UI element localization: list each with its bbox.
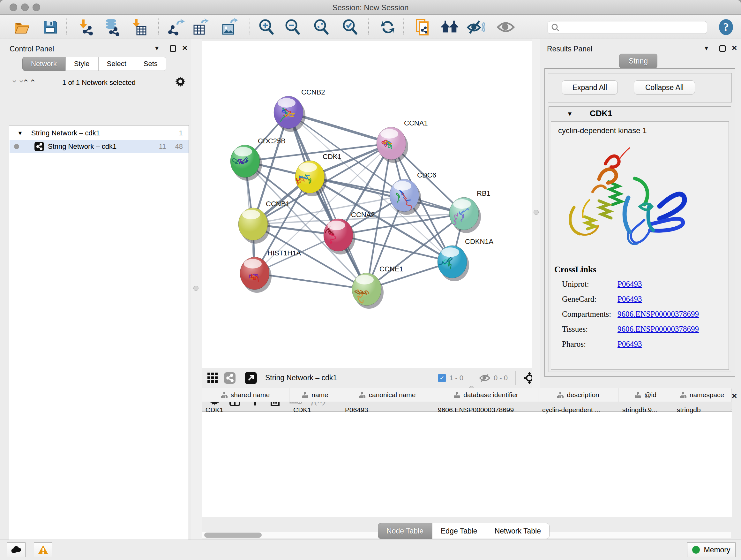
network-canvas[interactable]: CCNB2CCNA1CDC25BCDK1CDC6RB1CCNB1CCNA2CDK… bbox=[202, 41, 532, 368]
control-panel-float-icon[interactable] bbox=[170, 45, 176, 52]
results-panel-float-icon[interactable] bbox=[719, 45, 726, 52]
network-node-hist1h1a[interactable]: HIST1H1A bbox=[240, 249, 301, 293]
network-node-ccnb1[interactable]: CCNB1 bbox=[239, 200, 290, 244]
tab-network-table[interactable]: Network Table bbox=[486, 523, 549, 539]
table-cell[interactable]: stringdb bbox=[673, 403, 731, 417]
network-node-cdkn1a[interactable]: CDKN1A bbox=[437, 238, 494, 281]
search-box[interactable] bbox=[548, 21, 707, 34]
table-cell[interactable]: 9606.ENSP00000378699 bbox=[434, 403, 538, 417]
collapse-all-button[interactable]: Collapse All bbox=[634, 80, 695, 95]
tab-string[interactable]: String bbox=[619, 54, 657, 68]
results-panel-close-icon[interactable]: ✕ bbox=[731, 44, 737, 52]
tab-style[interactable]: Style bbox=[65, 57, 98, 71]
zoom-fit-icon[interactable] bbox=[312, 18, 331, 37]
node-label: CCNA2 bbox=[351, 211, 375, 219]
network-edge[interactable] bbox=[288, 112, 367, 289]
right-splitter[interactable] bbox=[532, 39, 540, 388]
network-view-toolbar: String Network – cdk1 ✓ 1 - 0 0 - 0 bbox=[202, 368, 540, 388]
crosslink-link[interactable]: 9606.ENSP00000378699 bbox=[617, 310, 699, 319]
tab-node-table[interactable]: Node Table bbox=[378, 523, 432, 539]
network-node-cdc25b[interactable]: CDC25B bbox=[230, 137, 286, 181]
results-panel-menu-icon[interactable]: ▾ bbox=[704, 44, 708, 52]
node-label: CDC6 bbox=[417, 171, 436, 179]
search-input[interactable] bbox=[559, 23, 700, 32]
network-view-type-icon[interactable] bbox=[224, 372, 235, 384]
expand-all-icon[interactable]: ⌄⌄ bbox=[22, 77, 37, 87]
clone-network-icon[interactable] bbox=[414, 18, 432, 37]
help-icon[interactable]: ? bbox=[717, 18, 735, 37]
grid-view-icon[interactable] bbox=[207, 373, 218, 383]
network-graph[interactable]: CCNB2CCNA1CDC25BCDK1CDC6RB1CCNB1CCNA2CDK… bbox=[202, 41, 533, 368]
table-cell[interactable]: CDK1 bbox=[289, 403, 341, 417]
import-network-database-icon[interactable] bbox=[103, 18, 121, 37]
import-table-file-icon[interactable] bbox=[130, 18, 148, 37]
selected-checkbox-icon[interactable]: ✓ bbox=[438, 374, 446, 382]
network-selected-status: 1 of 1 Network selected bbox=[42, 78, 156, 87]
hidden-eye-icon[interactable] bbox=[479, 374, 490, 382]
selection-counts-group: ✓ 1 - 0 0 - 0 bbox=[438, 371, 540, 385]
table-cell[interactable]: cyclin-dependent ... bbox=[538, 403, 618, 417]
network-options-gear-icon[interactable] bbox=[175, 76, 186, 87]
crosslink-link[interactable]: P06493 bbox=[617, 280, 642, 289]
node-label: HIST1H1A bbox=[267, 249, 301, 257]
table-hscrollbar-thumb[interactable] bbox=[204, 533, 262, 538]
left-splitter[interactable] bbox=[191, 39, 202, 540]
table-panel-close-icon[interactable]: ✕ bbox=[731, 392, 737, 400]
control-panel-close-icon[interactable]: ✕ bbox=[182, 44, 188, 52]
collection-expand-triangle-icon[interactable]: ▼ bbox=[17, 130, 23, 137]
column-header-database-identifier[interactable]: database identifier bbox=[434, 388, 538, 401]
memory-button[interactable]: Memory bbox=[687, 543, 736, 557]
column-header-canonical-name[interactable]: canonical name bbox=[341, 388, 434, 401]
table-cell[interactable]: P06493 bbox=[341, 403, 434, 417]
home-icon[interactable] bbox=[441, 18, 459, 37]
crosslink-label: Pharos: bbox=[562, 340, 586, 349]
network-node-ccna1[interactable]: CCNA1 bbox=[377, 119, 428, 163]
view-toolbar-separator bbox=[515, 371, 516, 385]
network-node-ccne1[interactable]: CCNE1 bbox=[352, 265, 403, 309]
import-network-file-icon[interactable] bbox=[77, 18, 95, 37]
column-header-description[interactable]: description bbox=[538, 388, 618, 401]
tab-network[interactable]: Network bbox=[22, 57, 65, 71]
network-node-cdc6[interactable]: CDC6 bbox=[390, 171, 436, 215]
export-table-icon[interactable] bbox=[192, 18, 210, 37]
toolbar-separator bbox=[250, 18, 250, 35]
network-collection-row[interactable]: ▼ String Network – cdk1 1 bbox=[10, 127, 189, 139]
crosslink-link[interactable]: 9606.ENSP00000378699 bbox=[617, 325, 699, 334]
zoom-in-icon[interactable] bbox=[257, 18, 276, 37]
toolbar-separator bbox=[158, 18, 159, 35]
column-header-namespace[interactable]: namespace bbox=[673, 388, 731, 401]
crosslink-link[interactable]: P06493 bbox=[617, 295, 642, 304]
column-header--id[interactable]: @id bbox=[618, 388, 673, 401]
cloud-button[interactable] bbox=[7, 543, 25, 557]
network-node-rb1[interactable]: RB1 bbox=[449, 189, 490, 233]
protein-collapse-triangle-icon[interactable]: ▼ bbox=[567, 111, 573, 118]
tab-edge-table[interactable]: Edge Table bbox=[432, 523, 486, 539]
tab-select[interactable]: Select bbox=[98, 57, 135, 71]
table-cell[interactable]: CDK1 bbox=[202, 403, 289, 417]
show-icon[interactable] bbox=[496, 18, 515, 37]
export-network-icon[interactable] bbox=[167, 18, 186, 37]
expand-all-button[interactable]: Expand All bbox=[562, 80, 618, 95]
save-session-icon[interactable] bbox=[41, 18, 59, 37]
hide-unhide-icon[interactable] bbox=[467, 18, 485, 37]
network-row[interactable]: String Network – cdk1 11 48 bbox=[10, 140, 189, 153]
left-splitter-knob[interactable] bbox=[193, 286, 199, 291]
right-splitter-knob[interactable] bbox=[534, 210, 539, 215]
refresh-layout-icon[interactable] bbox=[379, 18, 397, 37]
table-cell[interactable]: stringdb:9... bbox=[618, 403, 673, 417]
export-image-icon[interactable] bbox=[220, 18, 239, 37]
network-node-ccnb2[interactable]: CCNB2 bbox=[274, 88, 325, 132]
network-node-cdk1[interactable]: CDK1 bbox=[295, 152, 341, 196]
detach-view-icon[interactable] bbox=[245, 372, 257, 384]
table-row[interactable]: CDK1CDK1P064939606.ENSP00000378699cyclin… bbox=[202, 403, 731, 417]
crosslink-link[interactable]: P06493 bbox=[617, 340, 642, 349]
warning-button[interactable] bbox=[34, 543, 52, 557]
table-header-row: shared namenamecanonical namedatabase id… bbox=[202, 388, 731, 402]
zoom-selected-icon[interactable] bbox=[341, 18, 359, 37]
open-file-icon[interactable] bbox=[13, 18, 31, 37]
column-header-shared-name[interactable]: shared name bbox=[202, 388, 289, 401]
zoom-out-icon[interactable] bbox=[283, 18, 302, 37]
control-panel-menu-icon[interactable]: ▾ bbox=[155, 44, 158, 52]
column-header-name[interactable]: name bbox=[289, 388, 341, 401]
tab-sets[interactable]: Sets bbox=[135, 57, 166, 71]
